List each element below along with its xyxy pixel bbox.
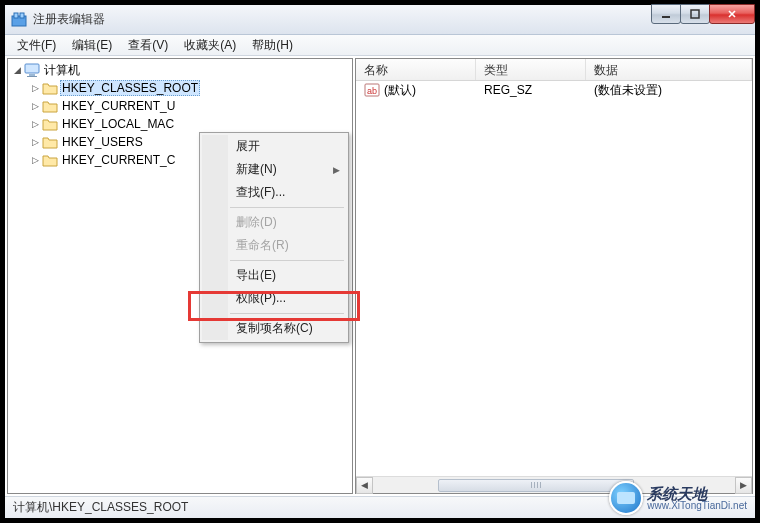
- ctx-permissions[interactable]: 权限(P)...: [202, 287, 346, 310]
- svg-rect-4: [691, 10, 699, 18]
- tree-node-hkcr[interactable]: ▷ HKEY_CLASSES_ROOT: [28, 79, 350, 97]
- folder-icon: [42, 152, 58, 168]
- watermark-url: www.XiTongTianDi.net: [647, 501, 747, 511]
- col-header-type[interactable]: 类型: [476, 59, 586, 80]
- list-body[interactable]: ab (默认) REG_SZ (数值未设置) ◀ ▶: [356, 81, 752, 493]
- tree-node-label: HKEY_USERS: [60, 134, 145, 150]
- statusbar-path: 计算机\HKEY_CLASSES_ROOT: [13, 499, 188, 516]
- tree-root-label: 计算机: [42, 61, 82, 80]
- menu-help[interactable]: 帮助(H): [244, 35, 301, 56]
- ctx-delete: 删除(D): [202, 211, 346, 234]
- menu-favorites[interactable]: 收藏夹(A): [176, 35, 244, 56]
- tree-node-label: HKEY_CURRENT_U: [60, 98, 177, 114]
- menu-view[interactable]: 查看(V): [120, 35, 176, 56]
- expand-icon[interactable]: ▷: [28, 117, 42, 131]
- ctx-separator: [230, 260, 344, 261]
- scroll-thumb[interactable]: [438, 479, 633, 492]
- titlebar: 注册表编辑器: [5, 5, 755, 35]
- watermark-icon: [609, 481, 643, 515]
- screenshot-frame: 注册表编辑器 文件(F) 编辑(E) 查看(V) 收藏夹(A) 帮助(H) ◢ …: [0, 0, 760, 523]
- cell-type: REG_SZ: [476, 83, 586, 97]
- tree-root-computer[interactable]: ◢ 计算机: [10, 61, 350, 79]
- ctx-rename: 重命名(R): [202, 234, 346, 257]
- ctx-copy-key-name[interactable]: 复制项名称(C): [202, 317, 346, 340]
- watermark: 系统天地 www.XiTongTianDi.net: [609, 481, 747, 515]
- col-header-data[interactable]: 数据: [586, 59, 752, 80]
- tree-node-label: HKEY_CURRENT_C: [60, 152, 177, 168]
- menubar: 文件(F) 编辑(E) 查看(V) 收藏夹(A) 帮助(H): [5, 35, 755, 56]
- svg-rect-3: [662, 16, 670, 18]
- ctx-export[interactable]: 导出(E): [202, 264, 346, 287]
- context-menu: 展开 新建(N) 查找(F)... 删除(D) 重命名(R) 导出(E) 权限(…: [199, 132, 349, 343]
- tree-node-label: HKEY_LOCAL_MAC: [60, 116, 176, 132]
- svg-rect-9: [27, 76, 37, 77]
- expand-icon[interactable]: ▷: [28, 99, 42, 113]
- list-row[interactable]: ab (默认) REG_SZ (数值未设置): [356, 81, 752, 99]
- computer-icon: [24, 62, 40, 78]
- tree-node-label: HKEY_CLASSES_ROOT: [60, 80, 200, 96]
- folder-icon: [42, 80, 58, 96]
- minimize-button[interactable]: [651, 4, 681, 24]
- svg-rect-8: [29, 74, 35, 76]
- tree-node-hklm[interactable]: ▷ HKEY_LOCAL_MAC: [28, 115, 350, 133]
- registry-editor-window: 注册表编辑器 文件(F) 编辑(E) 查看(V) 收藏夹(A) 帮助(H) ◢ …: [5, 5, 755, 518]
- maximize-button[interactable]: [680, 4, 710, 24]
- menu-file[interactable]: 文件(F): [9, 35, 64, 56]
- expand-icon[interactable]: ▷: [28, 135, 42, 149]
- list-pane: 名称 类型 数据 ab (默认) REG_SZ (数值未设置) ◀: [355, 58, 753, 494]
- tree-node-hkcu[interactable]: ▷ HKEY_CURRENT_U: [28, 97, 350, 115]
- cell-data: (数值未设置): [586, 82, 752, 99]
- cell-name-text: (默认): [384, 82, 416, 99]
- folder-icon: [42, 116, 58, 132]
- folder-icon: [42, 98, 58, 114]
- scroll-left-icon[interactable]: ◀: [356, 477, 373, 494]
- close-button[interactable]: [709, 4, 755, 24]
- watermark-title: 系统天地: [647, 486, 747, 501]
- svg-rect-2: [20, 13, 24, 18]
- svg-rect-1: [14, 13, 18, 18]
- expand-icon[interactable]: ▷: [28, 153, 42, 167]
- ctx-new[interactable]: 新建(N): [202, 158, 346, 181]
- expand-icon[interactable]: ▷: [28, 81, 42, 95]
- ctx-expand[interactable]: 展开: [202, 135, 346, 158]
- ctx-separator: [230, 207, 344, 208]
- ctx-find[interactable]: 查找(F)...: [202, 181, 346, 204]
- svg-text:ab: ab: [367, 86, 377, 96]
- window-controls: [652, 4, 755, 24]
- list-header: 名称 类型 数据: [356, 59, 752, 81]
- menu-edit[interactable]: 编辑(E): [64, 35, 120, 56]
- folder-icon: [42, 134, 58, 150]
- collapse-icon[interactable]: ◢: [10, 63, 24, 77]
- svg-rect-7: [25, 64, 39, 73]
- cell-name: ab (默认): [356, 82, 476, 99]
- app-icon: [11, 12, 27, 28]
- content-area: ◢ 计算机 ▷ HKEY_CLASSES_ROOT ▷ HKEY_CURRENT…: [5, 56, 755, 496]
- window-title: 注册表编辑器: [33, 11, 105, 28]
- ctx-separator: [230, 313, 344, 314]
- string-value-icon: ab: [364, 82, 380, 98]
- col-header-name[interactable]: 名称: [356, 59, 476, 80]
